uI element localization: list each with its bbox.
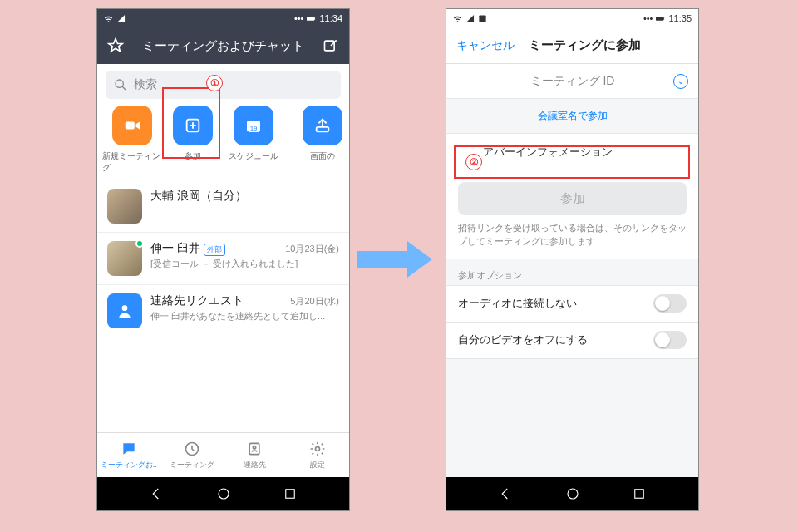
back-icon[interactable]: [498, 486, 513, 501]
request-icon: [107, 293, 142, 328]
list-item[interactable]: 連絡先リクエスト 5月20日(水) 伸一 臼井があなたを連絡先として追加し...: [97, 285, 349, 337]
toggle-icon[interactable]: [653, 294, 687, 313]
header-title: ミーティングおよびチャット: [132, 38, 314, 54]
cancel-button[interactable]: キャンセル: [456, 38, 515, 53]
svg-rect-16: [479, 15, 485, 22]
arrow-icon: [357, 241, 441, 278]
svg-rect-15: [286, 490, 295, 499]
svg-rect-2: [325, 41, 335, 51]
svg-point-9: [122, 305, 128, 311]
home-icon[interactable]: [565, 486, 580, 501]
avatar: [107, 189, 142, 224]
clock-icon: [184, 441, 200, 457]
list-item[interactable]: 伸一 臼井外部 10月23日(金) [受信コール － 受け入れられました]: [97, 233, 349, 285]
tab-chat[interactable]: ミーティングお..: [97, 433, 160, 477]
contact-date: 10月23日(金): [285, 243, 339, 255]
action-schedule[interactable]: 19 スケジュール: [224, 106, 283, 174]
actions-row: 新規ミーティング 参加 19 スケジュール 画面の: [97, 106, 349, 180]
svg-point-12: [254, 446, 256, 448]
compose-icon[interactable]: [323, 37, 339, 54]
plus-icon: [173, 106, 213, 145]
android-nav: [97, 477, 349, 510]
action-join[interactable]: 参加: [163, 106, 222, 174]
search-icon: [114, 78, 127, 91]
contact-name: 伸一 臼井外部: [150, 241, 225, 256]
contact-date: 5月20日(水): [290, 295, 339, 308]
phone-screen-main: ••• 11:34 ミーティングおよびチャット 検索 新規ミーティング 参加: [96, 8, 350, 511]
search-wrap: 検索: [97, 64, 349, 106]
empty-area: [446, 359, 698, 478]
video-icon: [112, 106, 152, 145]
contact-name: 大輔 浪岡（自分）: [150, 189, 247, 204]
phone-screen-join: ••• 11:35 キャンセル ミーティングに参加 ミーティング ID ⌄ 会議…: [446, 8, 699, 511]
contact-sub: [受信コール － 受け入れられました]: [150, 258, 339, 270]
home-icon[interactable]: [216, 486, 231, 501]
status-dots: •••: [643, 13, 653, 23]
status-time: 11:34: [319, 13, 342, 23]
chat-icon: [121, 441, 137, 457]
battery-icon: [307, 14, 316, 23]
svg-rect-8: [317, 127, 329, 132]
image-icon: [478, 14, 487, 23]
android-nav: [446, 477, 698, 510]
join-button[interactable]: 参加: [458, 182, 687, 215]
join-header: キャンセル ミーティングに参加: [446, 27, 698, 64]
wifi-icon: [453, 14, 462, 23]
options-header: 参加オプション: [446, 259, 698, 286]
empty-area: [97, 337, 349, 432]
calendar-icon: 19: [234, 106, 273, 145]
recent-icon[interactable]: [283, 486, 298, 501]
option-video-off[interactable]: 自分のビデオをオフにする: [446, 323, 698, 359]
signal-icon: [116, 14, 126, 23]
contact-name: 連絡先リクエスト: [150, 293, 244, 308]
option-no-audio[interactable]: オーディオに接続しない: [446, 286, 698, 323]
tab-settings[interactable]: 設定: [286, 433, 349, 477]
svg-point-19: [568, 489, 578, 499]
svg-point-13: [316, 446, 320, 451]
action-label: 参加: [185, 150, 201, 162]
annotation-circle-1: ①: [206, 75, 223, 91]
tab-meetings[interactable]: ミーティング: [160, 433, 224, 477]
wifi-icon: [104, 14, 113, 23]
list-item[interactable]: 大輔 浪岡（自分）: [97, 180, 349, 233]
annotation-circle-2: ②: [466, 154, 482, 170]
external-badge: 外部: [204, 244, 225, 256]
search-input[interactable]: 検索: [106, 71, 341, 99]
action-label: 画面の: [310, 150, 335, 162]
svg-rect-1: [315, 17, 316, 20]
action-label: スケジュール: [229, 150, 278, 162]
search-placeholder: 検索: [134, 77, 157, 92]
tab-contacts[interactable]: 連絡先: [224, 433, 287, 477]
svg-rect-0: [307, 17, 314, 21]
svg-rect-7: [247, 121, 260, 124]
contact-list: 大輔 浪岡（自分） 伸一 臼井外部 10月23日(金) [受信コール － 受け入…: [97, 180, 349, 337]
action-new-meeting[interactable]: 新規ミーティング: [102, 106, 161, 174]
action-share[interactable]: 画面の: [285, 106, 344, 174]
svg-point-14: [219, 489, 229, 499]
battery-icon: [656, 14, 665, 23]
svg-rect-4: [125, 121, 134, 129]
star-icon[interactable]: [107, 37, 124, 54]
svg-rect-20: [635, 490, 644, 499]
signal-icon: [466, 14, 475, 23]
svg-point-3: [116, 80, 123, 87]
display-name-field[interactable]: アバーインフォメーション: [446, 134, 698, 170]
meeting-id-field[interactable]: ミーティング ID ⌄: [446, 64, 698, 99]
back-icon[interactable]: [149, 486, 164, 501]
contacts-icon: [246, 441, 263, 457]
status-bar: ••• 11:35: [446, 9, 698, 27]
svg-rect-18: [664, 17, 665, 20]
recent-icon[interactable]: [632, 486, 647, 501]
tab-bar: ミーティングお.. ミーティング 連絡先 設定: [97, 432, 349, 477]
presence-dot-icon: [135, 239, 144, 248]
status-time: 11:35: [668, 13, 692, 23]
share-icon: [303, 106, 342, 145]
status-bar: ••• 11:34: [97, 9, 349, 27]
gear-icon: [309, 441, 326, 457]
join-by-room-link[interactable]: 会議室名で参加: [446, 99, 698, 134]
svg-rect-17: [656, 17, 663, 21]
contact-sub: 伸一 臼井があなたを連絡先として追加し...: [150, 310, 339, 323]
chevron-down-icon[interactable]: ⌄: [673, 74, 688, 89]
invite-hint: 招待リンクを受け取っている場合は、そのリンクをタップしてミーティングに参加します: [446, 222, 698, 259]
toggle-icon[interactable]: [653, 331, 687, 349]
